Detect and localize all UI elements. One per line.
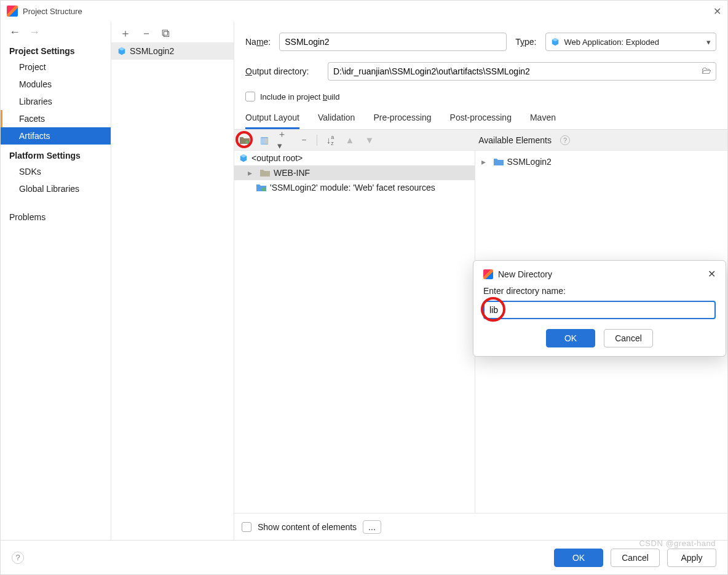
settings-sidebar: ← → Project Settings Project Modules Lib… <box>1 22 111 540</box>
sidebar-item-global-libraries[interactable]: Global Libraries <box>1 180 111 197</box>
new-archive-icon[interactable]: ▥ <box>258 133 271 147</box>
tab-maven[interactable]: Maven <box>530 108 556 129</box>
tab-validation[interactable]: Validation <box>318 108 355 129</box>
artifact-row[interactable]: SSMLogin2 <box>111 42 234 60</box>
module-icon <box>494 157 504 166</box>
sidebar-item-facets[interactable]: Facets <box>1 110 111 127</box>
remove-artifact-icon[interactable]: － <box>141 26 152 41</box>
remove-icon[interactable]: － <box>297 133 311 147</box>
move-up-icon: ▲ <box>343 133 357 147</box>
output-layout-tree: <output root> ▸ WEB-INF 'SSMLogin2' mo <box>234 151 475 513</box>
directory-name-input[interactable] <box>483 301 716 319</box>
type-icon <box>551 38 560 46</box>
section-platform-settings: Platform Settings <box>1 145 111 163</box>
folder-icon <box>260 169 270 177</box>
help-hint-icon[interactable]: ? <box>560 135 570 145</box>
dialog-close-icon[interactable]: ✕ <box>708 268 716 280</box>
tree-output-root[interactable]: <output root> <box>234 151 475 165</box>
artifact-icon <box>117 47 126 55</box>
copy-artifact-icon[interactable]: ⧉ <box>162 27 170 40</box>
sidebar-item-libraries[interactable]: Libraries <box>1 93 111 110</box>
output-dir-input[interactable] <box>328 62 716 81</box>
nav-back-icon[interactable]: ← <box>9 26 20 38</box>
sidebar-item-artifacts[interactable]: Artifacts <box>1 127 111 145</box>
show-content-label: Show content of elements <box>258 522 357 532</box>
include-build-label: Include in project build <box>260 92 339 101</box>
sidebar-item-problems[interactable]: Problems <box>1 208 111 226</box>
dialog-title: New Directory <box>498 269 552 279</box>
add-artifact-icon[interactable]: ＋ <box>120 26 131 41</box>
tree-web-inf-label: WEB-INF <box>274 168 310 178</box>
artifact-detail-panel: Name: Type: Web Application: Exploded ▾ … <box>234 22 727 540</box>
ok-button[interactable]: OK <box>554 549 603 567</box>
cancel-button[interactable]: Cancel <box>611 549 660 567</box>
dialog-ok-button[interactable]: OK <box>546 329 595 347</box>
tab-output-layout[interactable]: Output Layout <box>245 108 299 129</box>
available-elements-label: Available Elements <box>478 135 552 145</box>
artifact-tabs: Output Layout Validation Pre-processing … <box>234 108 727 130</box>
type-value: Web Application: Exploded <box>564 38 659 47</box>
expand-icon[interactable]: ▸ <box>481 157 490 167</box>
name-label: Name: <box>245 37 271 47</box>
tree-facet-label: 'SSMLogin2' module: 'Web' facet resource… <box>270 183 435 192</box>
sort-az-icon[interactable]: ↓az <box>323 133 337 147</box>
output-root-icon <box>239 154 248 162</box>
close-icon[interactable]: ✕ <box>713 6 721 17</box>
web-facet-icon <box>256 183 266 192</box>
intellij-icon <box>483 269 493 279</box>
highlight-circle-2 <box>481 297 505 322</box>
artifact-list-panel: ＋ － ⧉ SSMLogin2 <box>111 22 234 540</box>
window-title: Project Structure <box>23 7 82 16</box>
available-module[interactable]: ▸ SSMLogin2 <box>481 154 722 169</box>
show-content-options-button[interactable]: ... <box>363 520 381 534</box>
section-project-settings: Project Settings <box>1 40 111 58</box>
dialog-label: Enter directory name: <box>483 286 716 296</box>
tab-post-processing[interactable]: Post-processing <box>450 108 512 129</box>
chevron-down-icon: ▾ <box>706 38 711 47</box>
type-select[interactable]: Web Application: Exploded ▾ <box>545 33 716 51</box>
tree-facet-resources[interactable]: 'SSMLogin2' module: 'Web' facet resource… <box>234 180 475 195</box>
available-module-label: SSMLogin2 <box>507 157 552 167</box>
apply-button[interactable]: Apply <box>667 549 716 567</box>
add-copy-icon[interactable]: ＋▾ <box>277 133 291 147</box>
show-content-checkbox[interactable] <box>242 522 251 532</box>
move-down-icon: ▼ <box>363 133 376 147</box>
tab-pre-processing[interactable]: Pre-processing <box>373 108 431 129</box>
sidebar-item-modules[interactable]: Modules <box>1 76 111 93</box>
sidebar-item-sdks[interactable]: SDKs <box>1 163 111 180</box>
nav-forward-icon: → <box>29 26 40 38</box>
type-label: Type: <box>515 37 536 47</box>
output-dir-label: Output directory: <box>245 66 319 76</box>
include-build-checkbox[interactable] <box>245 92 255 101</box>
svg-point-0 <box>262 188 266 191</box>
tree-output-root-label: <output root> <box>251 153 303 163</box>
expand-icon[interactable]: ▸ <box>248 168 256 178</box>
sidebar-item-project[interactable]: Project <box>1 58 111 76</box>
name-input[interactable] <box>279 33 507 51</box>
tree-web-inf[interactable]: ▸ WEB-INF <box>234 165 475 180</box>
help-button[interactable]: ? <box>12 552 24 564</box>
intellij-icon <box>7 6 18 17</box>
new-directory-dialog: New Directory ✕ Enter directory name: OK… <box>473 260 726 357</box>
dialog-cancel-button[interactable]: Cancel <box>604 329 653 347</box>
browse-folder-icon[interactable]: 🗁 <box>702 65 711 76</box>
highlight-circle-1 <box>235 131 253 148</box>
artifact-name: SSMLogin2 <box>130 46 174 56</box>
